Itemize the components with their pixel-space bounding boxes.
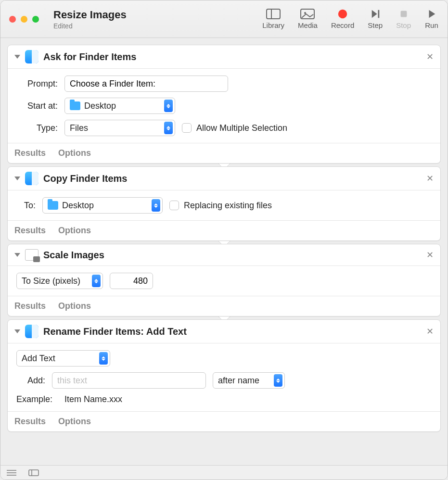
example-value: Item Name.xxx [64,394,122,404]
stop-label: Stop [396,21,411,29]
disclosure-triangle-icon[interactable] [14,55,20,59]
title-block: Resize Images Edited [53,9,127,30]
action-copy-finder-items: Copy Finder Items ✕ To: Desktop Replacin… [7,166,441,241]
add-label: Add: [16,376,45,386]
results-button[interactable]: Results [14,417,46,427]
type-value: Files [70,123,88,133]
prompt-input[interactable] [64,76,228,92]
startat-label: Start at: [16,101,58,111]
svg-rect-6 [378,10,379,18]
svg-rect-7 [400,11,407,17]
svg-point-4 [338,10,347,18]
run-button[interactable]: Run [424,9,439,29]
results-button[interactable]: Results [14,301,46,311]
folder-icon [70,101,80,110]
log-view-icon[interactable] [6,469,17,476]
type-label: Type: [16,123,58,133]
close-action-button[interactable]: ✕ [426,326,434,337]
disclosure-triangle-icon[interactable] [14,329,20,333]
library-button[interactable]: Library [262,9,284,29]
replacing-checkbox[interactable]: Replacing existing files [169,201,272,211]
finder-icon [25,325,38,338]
action-scale-images: Scale Images ✕ To Size (pixels) Results … [7,244,441,316]
add-text-input[interactable] [52,372,206,389]
options-button[interactable]: Options [58,301,91,311]
position-value: after name [218,376,259,386]
toolbar: Library Media Record Step Stop Run [262,9,439,29]
record-icon [335,9,350,19]
stop-button: Stop [396,9,411,29]
example-label: Example: [16,394,58,404]
library-label: Library [262,21,284,29]
action-title: Ask for Finder Items [43,51,136,63]
stop-icon [397,9,411,19]
action-ask-finder-items: Ask for Finder Items ✕ Prompt: Start at:… [7,45,441,164]
svg-rect-12 [29,470,38,476]
workflow-canvas[interactable]: Ask for Finder Items ✕ Prompt: Start at:… [0,38,448,465]
media-label: Media [298,21,318,29]
run-label: Run [425,21,438,29]
rename-mode-value: Add Text [22,354,55,364]
close-action-button[interactable]: ✕ [426,51,434,62]
options-button[interactable]: Options [58,148,91,158]
sidebar-icon [266,9,281,19]
document-title: Resize Images [53,9,127,21]
titlebar: Resize Images Edited Library Media Recor… [0,0,448,38]
media-icon [300,9,315,19]
minimize-window-button[interactable] [21,16,27,23]
action-header[interactable]: Scale Images ✕ [8,244,440,266]
chevron-updown-icon [164,100,173,112]
results-button[interactable]: Results [14,148,46,158]
play-icon [424,9,439,19]
startat-select[interactable]: Desktop [64,98,175,114]
close-action-button[interactable]: ✕ [426,250,434,260]
checkbox-icon [169,201,179,210]
scale-mode-value: To Size (pixels) [22,276,80,286]
record-label: Record [331,21,354,29]
finder-icon [25,172,38,185]
to-select[interactable]: Desktop [42,197,163,214]
step-button[interactable]: Step [368,9,383,29]
action-header[interactable]: Copy Finder Items ✕ [8,167,440,190]
rename-mode-select[interactable]: Add Text [16,350,110,366]
action-header[interactable]: Ask for Finder Items ✕ [8,45,440,69]
folder-icon [48,201,58,210]
finder-icon [25,50,38,63]
action-header[interactable]: Rename Finder Items: Add Text ✕ [8,320,440,343]
record-button[interactable]: Record [331,9,354,29]
zoom-window-button[interactable] [32,16,39,23]
allow-multiple-label: Allow Multiple Selection [196,123,287,133]
chevron-updown-icon [274,374,282,387]
scale-mode-select[interactable]: To Size (pixels) [16,273,103,289]
svg-marker-5 [371,10,377,18]
position-select[interactable]: after name [213,372,285,389]
disclosure-triangle-icon[interactable] [14,177,20,180]
size-input[interactable] [110,273,153,289]
close-window-button[interactable] [9,16,16,23]
allow-multiple-checkbox[interactable]: Allow Multiple Selection [182,123,287,133]
type-select[interactable]: Files [64,120,175,136]
to-value: Desktop [62,201,94,211]
close-action-button[interactable]: ✕ [426,173,434,184]
to-label: To: [16,201,36,211]
results-button[interactable]: Results [14,226,46,236]
statusbar [0,465,448,480]
options-button[interactable]: Options [58,417,91,427]
prompt-label: Prompt: [16,79,58,89]
chevron-updown-icon [152,199,160,212]
action-title: Rename Finder Items: Add Text [43,326,187,337]
action-rename-finder-items: Rename Finder Items: Add Text ✕ Add Text… [7,319,441,432]
variables-view-icon[interactable] [28,469,39,476]
disclosure-triangle-icon[interactable] [14,253,20,257]
step-label: Step [368,21,383,29]
media-button[interactable]: Media [298,9,318,29]
svg-rect-0 [267,9,280,19]
startat-value: Desktop [84,101,116,111]
options-button[interactable]: Options [58,226,91,236]
chevron-updown-icon [164,122,173,134]
step-icon [368,9,383,19]
replacing-label: Replacing existing files [184,201,272,211]
checkbox-icon [182,123,192,133]
chevron-updown-icon [99,352,108,365]
window-controls [9,16,39,23]
